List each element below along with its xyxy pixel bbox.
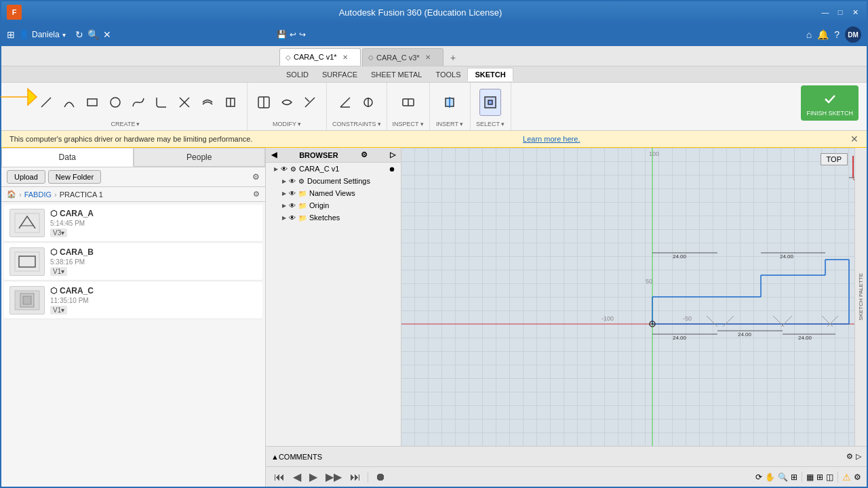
- comments-settings-icon[interactable]: ⚙: [846, 452, 853, 461]
- comments-collapse-icon[interactable]: ▷: [856, 452, 861, 461]
- breadcrumb-settings-icon[interactable]: ⚙: [253, 190, 260, 199]
- ribbon-tab-solid[interactable]: SOLID: [279, 68, 315, 81]
- play-next-button[interactable]: ▶▶: [323, 469, 344, 485]
- grid-icon[interactable]: ⊞: [816, 472, 823, 482]
- comments-panel: ▲ COMMENTS ⚙ ▷: [266, 446, 867, 466]
- refresh-icon[interactable]: ↻: [75, 29, 83, 40]
- redo-icon[interactable]: ↪: [299, 30, 306, 39]
- minimize-button[interactable]: —: [819, 6, 831, 18]
- visibility-icon[interactable]: 👁: [289, 214, 296, 222]
- top-view-label[interactable]: TOP: [821, 153, 848, 165]
- ribbon-tab-sketch[interactable]: SKETCH: [467, 68, 513, 81]
- create-group-arrow[interactable]: ▾: [136, 121, 140, 127]
- modify-btn-1[interactable]: [253, 89, 275, 116]
- data-tab[interactable]: Data: [1, 148, 134, 167]
- people-tab[interactable]: People: [134, 148, 266, 167]
- save-icon[interactable]: 💾: [277, 30, 287, 39]
- rectangle-tool-button[interactable]: [81, 89, 103, 116]
- browser-item-named-views[interactable]: ▶ 👁 📁 Named Views: [266, 187, 401, 199]
- new-folder-button[interactable]: New Folder: [48, 170, 101, 184]
- maximize-button[interactable]: □: [834, 6, 846, 18]
- spline-tool-button[interactable]: [127, 89, 149, 116]
- sidebar-close-icon[interactable]: ✕: [103, 29, 111, 40]
- trim-tool-button[interactable]: [174, 89, 195, 116]
- browser-item-sketches[interactable]: ▶ 👁 📁 Sketches: [266, 211, 401, 224]
- play-prev-button[interactable]: ◀: [290, 469, 304, 485]
- play-first-button[interactable]: ⏮: [271, 470, 288, 485]
- tab-cara-c-v3[interactable]: ◇ CARA_C v3* ✕: [362, 48, 443, 66]
- notifications-icon[interactable]: 🔔: [817, 29, 829, 40]
- apps-grid-icon[interactable]: ⊞: [7, 29, 15, 40]
- view-cube-icon[interactable]: ◫: [826, 472, 833, 482]
- record-icon[interactable]: ⏺: [389, 165, 395, 173]
- constraints-btn-2[interactable]: [357, 89, 379, 116]
- pan-icon[interactable]: ✋: [765, 472, 775, 482]
- insert-group-arrow[interactable]: ▾: [460, 121, 463, 127]
- play-button[interactable]: ▶: [307, 469, 320, 485]
- arc-tool-button[interactable]: [58, 89, 80, 116]
- close-button[interactable]: ✕: [849, 6, 861, 18]
- avatar[interactable]: DM: [845, 26, 861, 43]
- user-menu[interactable]: 👤 Daniela ▾: [19, 30, 66, 39]
- undo-icon[interactable]: ↩: [290, 30, 296, 39]
- visibility-icon[interactable]: 👁: [281, 165, 288, 173]
- zoom-icon[interactable]: 🔍: [778, 472, 788, 482]
- upload-button[interactable]: Upload: [7, 170, 45, 184]
- inspect-btn-1[interactable]: [397, 89, 419, 116]
- constraints-group-arrow[interactable]: ▾: [378, 121, 381, 127]
- sidebar-settings-icon[interactable]: ⚙: [252, 172, 260, 182]
- browser-item-cara-c-v1[interactable]: ▶ 👁 ⚙ CARA_C v1 ⏺: [266, 163, 401, 175]
- inspect-group-arrow[interactable]: ▾: [420, 121, 424, 127]
- browser-item-doc-settings[interactable]: ▶ 👁 ⚙ Document Settings: [266, 175, 401, 187]
- fit-icon[interactable]: ⊞: [791, 472, 797, 482]
- visibility-icon[interactable]: 👁: [289, 190, 296, 197]
- search-icon[interactable]: 🔍: [87, 29, 99, 40]
- expand-arrow-icon: ▶: [282, 203, 286, 209]
- insert-btn-1[interactable]: [439, 89, 460, 116]
- browser-item-origin[interactable]: ▶ 👁 📁 Origin: [266, 199, 401, 211]
- collapse-browser-button[interactable]: ◀: [271, 150, 277, 159]
- record-button[interactable]: ⏺: [372, 470, 389, 485]
- finish-sketch-button[interactable]: FINISH SKETCH: [801, 85, 859, 121]
- home-icon[interactable]: ⌂: [806, 29, 812, 40]
- breadcrumb-fabdig[interactable]: FABDIG: [24, 190, 52, 199]
- circle-tool-button[interactable]: [104, 89, 126, 116]
- project-tool-button[interactable]: [220, 89, 241, 116]
- select-group-arrow[interactable]: ▾: [501, 121, 505, 127]
- display-mode-icon[interactable]: ▦: [806, 472, 814, 482]
- ribbon-tab-sheet-metal[interactable]: SHEET METAL: [364, 68, 429, 81]
- visibility-icon[interactable]: 👁: [289, 178, 296, 185]
- list-item[interactable]: ⬡ CARA_B 5:38:16 PM V1▾: [4, 243, 262, 281]
- file-version-cara-b[interactable]: V1▾: [50, 267, 67, 276]
- line-tool-button[interactable]: [35, 89, 57, 116]
- browser-collapse-icon[interactable]: ▷: [390, 150, 395, 159]
- list-item[interactable]: ⬡ CARA_C 11:35:10 PM V1▾: [4, 282, 262, 319]
- list-item[interactable]: ⬡ CARA_A 5:14:45 PM V3▾: [4, 205, 262, 242]
- tab-2-close[interactable]: ✕: [425, 54, 431, 61]
- modify-group-arrow[interactable]: ▾: [298, 121, 301, 127]
- orbit-icon[interactable]: ⟳: [755, 472, 762, 482]
- ribbon-tab-surface[interactable]: SURFACE: [315, 68, 364, 81]
- tab-cara-c-v1[interactable]: ◇ CARA_C v1* ✕: [279, 48, 361, 66]
- browser-settings-icon[interactable]: ⚙: [361, 150, 368, 159]
- modify-btn-2[interactable]: [276, 89, 298, 116]
- add-tab-button[interactable]: +: [445, 49, 461, 66]
- select-btn-1[interactable]: [479, 89, 501, 116]
- visibility-icon[interactable]: 👁: [289, 202, 296, 209]
- collapse-comments-icon[interactable]: ▲: [271, 453, 279, 461]
- alert-link[interactable]: Learn more here.: [523, 135, 580, 143]
- breadcrumb-home[interactable]: 🏠: [7, 190, 16, 199]
- ribbon-tab-tools[interactable]: TOOLS: [429, 68, 467, 81]
- fillet-tool-button[interactable]: [151, 89, 172, 116]
- canvas-area[interactable]: 100 50 -100 -50: [401, 148, 867, 446]
- constraints-btn-1[interactable]: [334, 89, 356, 116]
- tab-1-close[interactable]: ✕: [342, 54, 348, 61]
- play-last-button[interactable]: ⏭: [347, 470, 363, 485]
- offset-tool-button[interactable]: [197, 89, 218, 116]
- settings-gear-icon[interactable]: ⚙: [854, 472, 861, 482]
- help-icon[interactable]: ?: [834, 29, 840, 40]
- modify-btn-3[interactable]: [299, 89, 321, 116]
- alert-close-icon[interactable]: ✕: [850, 134, 859, 144]
- file-version-cara-a[interactable]: V3▾: [50, 228, 67, 237]
- file-version-cara-c[interactable]: V1▾: [50, 306, 67, 314]
